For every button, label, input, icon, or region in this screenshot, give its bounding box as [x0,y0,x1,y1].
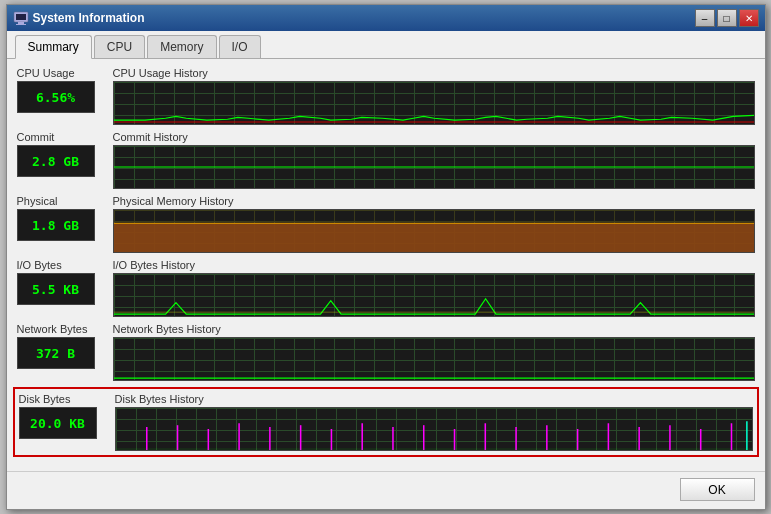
cpu-value: 6.56% [17,81,95,113]
io-metric-box: I/O Bytes 5.5 KB [17,259,105,305]
disk-chart-label: Disk Bytes History [115,393,753,405]
network-chart-container: Network Bytes History [113,323,755,381]
title-bar-buttons: – □ ✕ [695,9,759,27]
physical-metric-box: Physical 1.8 GB [17,195,105,241]
physical-row: Physical 1.8 GB Physical Memory History [17,195,755,253]
minimize-button[interactable]: – [695,9,715,27]
disk-chart [115,407,753,451]
commit-chart [113,145,755,189]
content-area: CPU Usage 6.56% CPU Usage History Commit [7,59,765,471]
physical-chart [113,209,755,253]
cpu-chart-container: CPU Usage History [113,67,755,125]
io-value: 5.5 KB [17,273,95,305]
network-metric-box: Network Bytes 372 B [17,323,105,369]
io-chart-label: I/O Bytes History [113,259,755,271]
cpu-chart [113,81,755,125]
disk-metric-box: Disk Bytes 20.0 KB [19,393,107,439]
title-bar: System Information – □ ✕ [7,5,765,31]
network-chart-label: Network Bytes History [113,323,755,335]
tab-memory[interactable]: Memory [147,35,216,58]
io-chart [113,273,755,317]
network-row: Network Bytes 372 B Network Bytes Histor… [17,323,755,381]
cpu-usage-row: CPU Usage 6.56% CPU Usage History [17,67,755,125]
tab-io[interactable]: I/O [219,35,261,58]
physical-value: 1.8 GB [17,209,95,241]
commit-metric-box: Commit 2.8 GB [17,131,105,177]
network-value: 372 B [17,337,95,369]
cpu-chart-label: CPU Usage History [113,67,755,79]
disk-row: Disk Bytes 20.0 KB Disk Bytes History [13,387,759,457]
physical-label: Physical [17,195,105,207]
svg-rect-1 [16,14,26,20]
physical-chart-container: Physical Memory History [113,195,755,253]
io-chart-container: I/O Bytes History [113,259,755,317]
network-label: Network Bytes [17,323,105,335]
main-window: System Information – □ ✕ Summary CPU Mem… [6,4,766,510]
commit-chart-container: Commit History [113,131,755,189]
physical-chart-label: Physical Memory History [113,195,755,207]
disk-value: 20.0 KB [19,407,97,439]
svg-marker-4 [114,223,754,252]
disk-chart-container: Disk Bytes History [115,393,753,451]
window-title: System Information [33,11,145,25]
app-icon [13,10,29,26]
commit-label: Commit [17,131,105,143]
tabs: Summary CPU Memory I/O [7,31,765,59]
commit-row: Commit 2.8 GB Commit History [17,131,755,189]
io-row: I/O Bytes 5.5 KB I/O Bytes History [17,259,755,317]
close-button[interactable]: ✕ [739,9,759,27]
tab-summary[interactable]: Summary [15,35,92,59]
svg-rect-2 [18,22,24,24]
svg-rect-3 [16,24,26,25]
disk-label: Disk Bytes [19,393,107,405]
io-label: I/O Bytes [17,259,105,271]
footer: OK [7,471,765,509]
commit-chart-label: Commit History [113,131,755,143]
title-bar-left: System Information [13,10,145,26]
ok-button[interactable]: OK [680,478,755,501]
tab-cpu[interactable]: CPU [94,35,145,58]
cpu-label: CPU Usage [17,67,105,79]
maximize-button[interactable]: □ [717,9,737,27]
cpu-metric-box: CPU Usage 6.56% [17,67,105,113]
network-chart [113,337,755,381]
commit-value: 2.8 GB [17,145,95,177]
